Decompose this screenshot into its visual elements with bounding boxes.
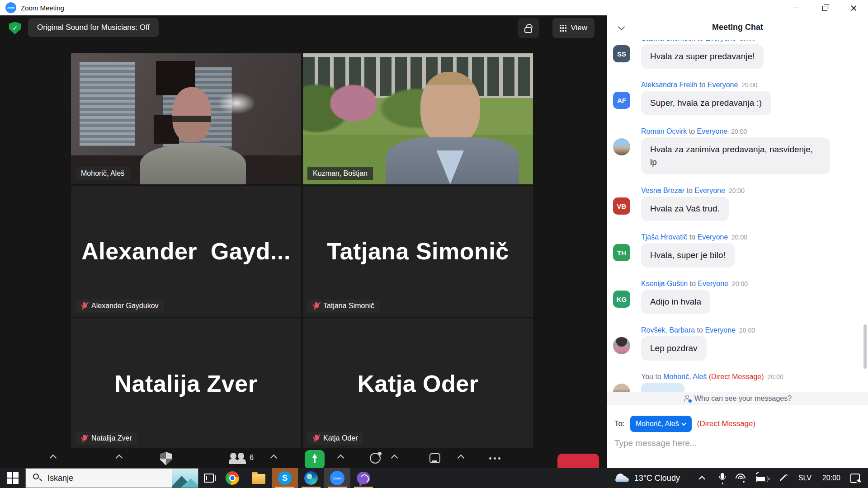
message-recipient[interactable]: Everyone: [697, 127, 728, 135]
windows-logo-icon: [7, 472, 19, 484]
video-tile[interactable]: Katja Oder Katja Oder: [303, 318, 533, 449]
chevron-down-icon: [681, 421, 686, 426]
apps-button[interactable]: [429, 453, 440, 463]
video-tile[interactable]: Alexander Gayd... Alexander Gaydukov: [71, 186, 301, 317]
video-tile[interactable]: Natalija Zver Natalija Zver: [71, 318, 301, 449]
cast-button[interactable]: [518, 18, 539, 38]
participant-name: Natalija Zver: [91, 434, 132, 442]
message-sender[interactable]: You: [641, 373, 653, 380]
message-bubble: Hvala za super predavanje!: [641, 44, 764, 69]
tray-language[interactable]: SLV: [798, 474, 811, 482]
participant-name: Tatjana Simonič: [323, 302, 374, 310]
recipient-dropdown[interactable]: Mohorič, Aleš: [630, 416, 692, 432]
record-chevron[interactable]: [391, 455, 398, 462]
video-options-chevron[interactable]: [116, 455, 123, 462]
message-sender[interactable]: Tjaša Hrovatič: [641, 233, 687, 241]
mic-options-chevron[interactable]: [50, 455, 57, 462]
message-meta: Roman Ocvirk to Everyone20:00: [641, 127, 868, 136]
message-sender[interactable]: Ksenija Guštin: [641, 280, 688, 287]
avatar: VB: [613, 197, 630, 215]
message-meta: You to Mohorič, Aleš (Direct Message)20:…: [641, 373, 868, 381]
tray-wifi[interactable]: [736, 474, 746, 483]
chat-composer: To: Mohorič, Aleš (Direct Message) Type …: [607, 405, 868, 468]
view-button[interactable]: View: [552, 18, 594, 38]
share-options-chevron[interactable]: [337, 455, 344, 462]
tray-pen[interactable]: [778, 473, 788, 483]
tray-battery[interactable]: [756, 474, 768, 482]
avatar: [613, 138, 630, 155]
hidden-icons-chevron[interactable]: [699, 476, 705, 482]
participant-nameplate: Kuzman, Boštjan: [307, 167, 373, 180]
close-button[interactable]: [839, 0, 868, 15]
share-screen-button[interactable]: [305, 450, 325, 469]
restore-button[interactable]: [810, 0, 839, 15]
taskbar-chrome[interactable]: [219, 468, 245, 488]
window-titlebar: zoom Zoom Meeting: [0, 0, 868, 15]
taskbar-search[interactable]: Iskanje: [25, 468, 198, 488]
more-button[interactable]: [489, 457, 500, 460]
video-button[interactable]: [85, 454, 101, 464]
chat-message: You to Mohorič, Aleš (Direct Message)20:…: [613, 373, 868, 393]
participant-nameplate: Alexander Gaydukov: [75, 300, 164, 312]
taskbar-explorer[interactable]: [245, 468, 272, 488]
record-button[interactable]: [370, 453, 381, 464]
message-recipient[interactable]: Everyone: [698, 280, 728, 287]
start-button[interactable]: [0, 468, 25, 488]
taskbar-weather[interactable]: 13°C Cloudy: [614, 474, 680, 483]
privacy-bar[interactable]: Who can see your messages?: [607, 392, 868, 405]
video-tile[interactable]: Kuzman, Boštjan: [303, 53, 533, 184]
message-recipient[interactable]: Everyone: [705, 326, 736, 334]
message-meta: Rovšek, Barbara to Everyone20:00: [641, 326, 868, 334]
apps-chevron[interactable]: [458, 455, 465, 462]
minimize-button[interactable]: [781, 0, 810, 15]
task-view-button[interactable]: [198, 468, 219, 488]
message-input[interactable]: Type message here...: [614, 438, 697, 448]
avatar: TH: [613, 244, 630, 261]
message-sender[interactable]: Rovšek, Barbara: [641, 326, 695, 334]
taskbar-skype[interactable]: S: [272, 468, 298, 488]
security-button[interactable]: [160, 452, 172, 465]
message-meta: Tjaša Hrovatič to Everyone20:00: [641, 233, 868, 241]
avatar: [613, 384, 630, 393]
participant-big-name: Alexander Gayd...: [71, 186, 301, 317]
message-meta: Vesna Brezar to Everyone20:00: [641, 187, 868, 195]
video-tile[interactable]: Tatjana Simonič Tatjana Simonič: [303, 186, 533, 317]
video-tile[interactable]: Mohorič, Aleš: [71, 53, 301, 184]
message-sender[interactable]: Roman Ocvirk: [641, 127, 687, 135]
chat-message: SS Sabina Skomšek to Everyone19:59 Hvala…: [613, 40, 868, 69]
original-sound-button[interactable]: Original Sound for Musicians: Off: [28, 18, 159, 37]
message-sender[interactable]: Vesna Brezar: [641, 187, 684, 194]
video-area: ✓ Original Sound for Musicians: Off View…: [0, 15, 607, 468]
message-recipient[interactable]: Everyone: [708, 81, 738, 89]
message-recipient[interactable]: Mohorič, Aleš: [663, 373, 707, 380]
video-grid: Mohorič, Aleš Kuzman, Boštjan Alexander …: [71, 53, 533, 449]
avatar: SS: [613, 45, 630, 62]
recipient-name: Mohorič, Aleš: [636, 420, 679, 428]
mute-button[interactable]: [24, 451, 36, 469]
message-meta: Aleksandra Frelih to Everyone20:00: [641, 81, 868, 89]
participants-chevron[interactable]: [270, 455, 278, 462]
participants-button[interactable]: [230, 453, 246, 465]
participant-count: 6: [250, 454, 254, 462]
taskbar-edge[interactable]: [298, 468, 324, 488]
message-sender[interactable]: Aleksandra Frelih: [641, 81, 698, 89]
message-recipient[interactable]: Everyone: [697, 233, 728, 241]
security-shield-icon[interactable]: ✓: [9, 22, 21, 34]
action-center-icon[interactable]: [850, 474, 860, 483]
weather-text: 13°C Cloudy: [634, 474, 680, 483]
tray-microphone[interactable]: [719, 473, 726, 483]
message-time: 20:00: [739, 327, 755, 334]
message-recipient[interactable]: Everyone: [705, 40, 736, 42]
message-time: 20:00: [729, 187, 745, 194]
message-sender[interactable]: Sabina Skomšek: [641, 40, 695, 42]
tray-clock[interactable]: 20:00: [822, 474, 840, 482]
message-recipient[interactable]: Everyone: [694, 187, 725, 194]
chrome-icon: [226, 471, 239, 485]
participant-name: Katja Oder: [323, 434, 358, 442]
taskbar-viber[interactable]: [350, 468, 377, 488]
message-bubble: Hvala za zanimiva predavanja, nasvidenje…: [641, 137, 830, 174]
taskbar-zoom[interactable]: zoom: [324, 468, 350, 488]
message-time: 20:00: [741, 81, 757, 89]
window-title: Zoom Meeting: [21, 4, 64, 12]
chat-scrollbar[interactable]: [863, 324, 867, 369]
